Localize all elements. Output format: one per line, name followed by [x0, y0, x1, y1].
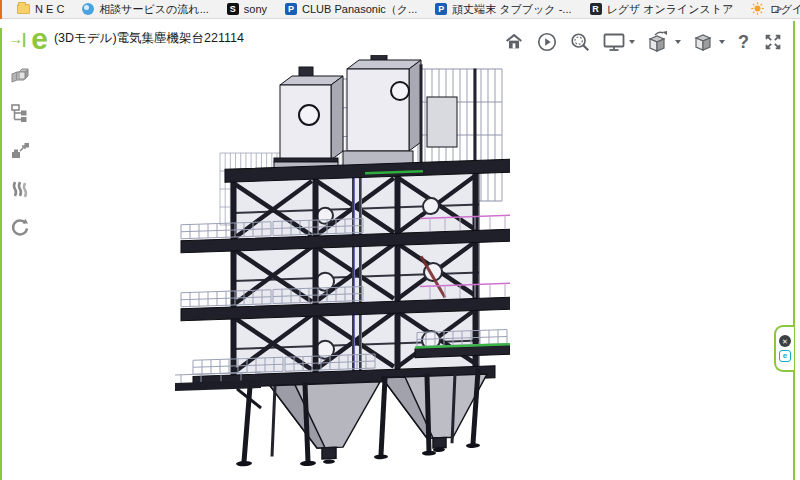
model-canvas[interactable]	[175, 55, 510, 473]
bookmark-label: N E C	[35, 3, 64, 15]
viewer-toolbar: ?	[503, 30, 784, 54]
bookmark-toughbook[interactable]: P 頑丈端末 タブブック -...	[426, 0, 580, 18]
orientation-button[interactable]	[646, 30, 681, 54]
view-cube-icon	[692, 30, 716, 54]
play-icon	[536, 31, 558, 53]
help-button[interactable]: ?	[736, 32, 751, 52]
bookmark-club-panasonic[interactable]: P CLUB Panasonic（ク...	[276, 0, 426, 18]
move-component-icon	[9, 140, 31, 162]
reset-view-button[interactable]	[9, 216, 31, 238]
document-title: (3Dモデル)電気集塵機架台221114	[54, 30, 244, 51]
bookmarks-bar: N E C 相談サービスの流れ... S sony P CLUB Panason…	[0, 0, 800, 19]
cross-section-icon	[9, 178, 31, 200]
sony-icon: S	[227, 3, 239, 15]
chevron-down-icon	[675, 40, 681, 44]
edrawings-badge-icon[interactable]: e	[779, 350, 791, 362]
viewer-header: →| e (3Dモデル)電気集塵機架台221114	[8, 27, 244, 51]
display-mode-button[interactable]	[602, 31, 635, 53]
bookmark-label: sony	[244, 3, 267, 15]
bookmark-label: レグザ オンラインストア	[607, 2, 734, 17]
view-settings-button[interactable]	[692, 30, 725, 54]
zoom-to-fit-button[interactable]	[569, 31, 591, 53]
edrawings-logo-arrow: →|	[8, 27, 25, 51]
chevron-down-icon	[629, 40, 635, 44]
chevron-down-icon	[719, 40, 725, 44]
bookmark-nec[interactable]: N E C	[8, 0, 73, 18]
bookmark-sony[interactable]: S sony	[218, 0, 276, 18]
cross-section-button[interactable]	[9, 178, 31, 200]
model-hopper-left	[270, 382, 380, 461]
home-button[interactable]	[503, 31, 525, 53]
reset-icon	[9, 216, 31, 238]
bookmark-label: 相談サービスの流れ...	[99, 2, 208, 17]
close-icon[interactable]: ✕	[779, 335, 791, 347]
monitor-icon	[602, 31, 626, 53]
edrawings-logo: e	[31, 27, 48, 51]
help-icon: ?	[736, 32, 751, 52]
regza-icon: R	[590, 3, 602, 15]
panasonic-icon: P	[285, 3, 297, 15]
bookmarks-overflow-chevron[interactable]: >	[774, 1, 782, 16]
viewer-border-right	[793, 21, 795, 480]
viewer-sidebar	[9, 64, 31, 238]
model-tree-icon	[9, 102, 31, 124]
window-edge-accent	[0, 0, 2, 19]
folder-icon	[17, 4, 30, 14]
home-icon	[503, 31, 525, 53]
move-component-button[interactable]	[9, 140, 31, 162]
globe-icon	[82, 3, 94, 15]
fullscreen-button[interactable]	[762, 31, 784, 53]
model-tree-button[interactable]	[9, 102, 31, 124]
bookmark-login[interactable]: ログイン画面-ひだまり...	[742, 0, 800, 18]
viewer-border-left	[0, 28, 2, 480]
fullscreen-icon	[762, 31, 784, 53]
model-top-unit-right	[343, 55, 457, 177]
zoom-fit-icon	[569, 31, 591, 53]
components-icon	[9, 64, 31, 86]
components-button[interactable]	[9, 64, 31, 86]
bookmark-label: 頑丈端末 タブブック -...	[452, 2, 571, 17]
sun-icon	[751, 2, 764, 17]
animate-button[interactable]	[536, 31, 558, 53]
bookmark-soudan[interactable]: 相談サービスの流れ...	[73, 0, 217, 18]
bookmark-regza[interactable]: R レグザ オンラインストア	[581, 0, 743, 18]
side-panel-tab: ✕ e	[774, 325, 794, 372]
orientation-cube-icon	[646, 30, 672, 54]
bookmark-label: CLUB Panasonic（ク...	[302, 2, 417, 17]
panasonic-icon: P	[435, 3, 447, 15]
